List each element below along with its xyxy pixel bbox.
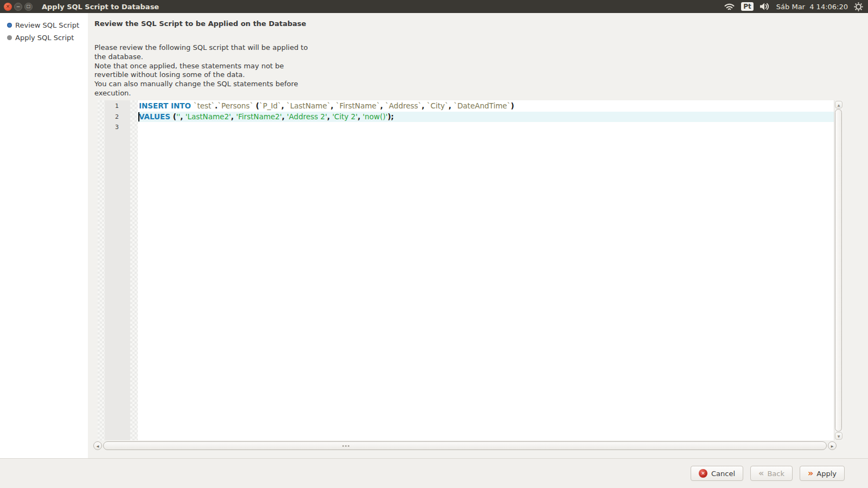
apply-sql-script-window: ✕ − □ Apply SQL Script to Database Pt — [0, 0, 868, 488]
editor-left-margin — [98, 100, 105, 440]
vertical-scrollbar[interactable] — [834, 100, 843, 440]
line-number-gutter: 123 — [105, 100, 130, 440]
wizard-step-apply-sql-script: Apply SQL Script — [0, 31, 88, 44]
code-token: 'City 2' — [332, 112, 358, 121]
code-token: 'FirstName2' — [236, 112, 282, 121]
code-token: 'LastName2' — [186, 112, 231, 121]
code-token: `Address` — [385, 101, 422, 110]
code-token: 'now()' — [363, 112, 388, 121]
scroll-down-arrow-icon[interactable] — [835, 432, 843, 440]
horizontal-scrollbar[interactable] — [93, 441, 837, 450]
code-lines[interactable]: INSERT INTO `test`.`Persons` (`P_Id`, `L… — [138, 100, 834, 440]
code-folding-margin — [130, 100, 138, 440]
code-token: `DateAndTime` — [454, 101, 510, 110]
maximize-button[interactable]: □ — [24, 3, 33, 11]
step-label: Apply SQL Script — [15, 34, 74, 42]
window-controls: ✕ − □ — [4, 3, 33, 11]
horizontal-scrollbar-thumb[interactable] — [103, 441, 827, 450]
page-title: Review the SQL Script to be Applied on t… — [94, 20, 306, 28]
review-description: Please review the following SQL script t… — [94, 43, 308, 98]
code-token: `test` — [194, 101, 215, 110]
line-number: 1 — [105, 101, 130, 112]
code-token: INSERT INTO — [139, 101, 194, 110]
wizard-steps: Review SQL ScriptApply SQL Script — [0, 13, 88, 458]
code-token: `City` — [427, 101, 449, 110]
titlebar: ✕ − □ Apply SQL Script to Database Pt — [0, 0, 868, 13]
code-token: VALUES — [139, 112, 173, 121]
vertical-scrollbar-thumb[interactable] — [835, 109, 842, 432]
step-dot-icon — [7, 23, 12, 28]
cancel-button[interactable]: Cancel — [691, 466, 743, 481]
minimize-button[interactable]: − — [14, 3, 22, 11]
text-caret — [138, 112, 139, 122]
wizard-buttons: Cancel Back Apply — [691, 466, 845, 481]
code-token: `Persons` — [218, 101, 253, 110]
code-token: `LastName` — [286, 101, 330, 110]
back-chevrons-icon — [758, 469, 763, 478]
system-tray: Pt Sáb Mar 4 14:06:20 — [724, 2, 868, 11]
keyboard-layout-indicator[interactable]: Pt — [741, 2, 754, 11]
clock[interactable]: Sáb Mar 4 14:06:20 — [776, 3, 848, 11]
scroll-right-arrow-icon[interactable] — [828, 441, 837, 450]
back-button[interactable]: Back — [750, 466, 793, 481]
apply-button[interactable]: Apply — [800, 466, 845, 481]
code-token: `P_Id` — [259, 101, 282, 110]
volume-icon[interactable] — [760, 2, 770, 11]
wifi-icon[interactable] — [724, 2, 735, 11]
line-number: 3 — [105, 122, 130, 133]
scroll-left-arrow-icon[interactable] — [93, 441, 102, 450]
code-line[interactable]: VALUES ('', 'LastName2', 'FirstName2', '… — [138, 112, 834, 123]
code-token: ); — [387, 112, 394, 121]
code-token: ) — [510, 101, 514, 110]
code-line[interactable]: INSERT INTO `test`.`Persons` (`P_Id`, `L… — [138, 101, 834, 112]
step-label: Review SQL Script — [15, 21, 79, 29]
code-token: 'Address 2' — [287, 112, 327, 121]
sql-editor[interactable]: 123 INSERT INTO `test`.`Persons` (`P_Id`… — [98, 100, 843, 440]
apply-button-label: Apply — [816, 470, 837, 478]
scroll-up-arrow-icon[interactable] — [835, 101, 843, 108]
code-token: `FirstName` — [336, 101, 380, 110]
code-line[interactable] — [138, 122, 834, 133]
back-button-label: Back — [767, 470, 784, 478]
apply-chevrons-icon — [808, 469, 813, 478]
footer-bar: Cancel Back Apply — [0, 458, 868, 488]
line-number: 2 — [105, 112, 130, 123]
close-button[interactable]: ✕ — [4, 3, 12, 11]
scrollbar-grip-icon — [342, 445, 344, 447]
cancel-x-icon — [699, 469, 707, 478]
step-dot-icon — [7, 35, 12, 40]
cancel-button-label: Cancel — [711, 470, 735, 478]
session-gear-icon[interactable] — [854, 2, 863, 11]
window-title: Apply SQL Script to Database — [42, 3, 159, 11]
wizard-step-review-sql-script: Review SQL Script — [0, 19, 88, 31]
